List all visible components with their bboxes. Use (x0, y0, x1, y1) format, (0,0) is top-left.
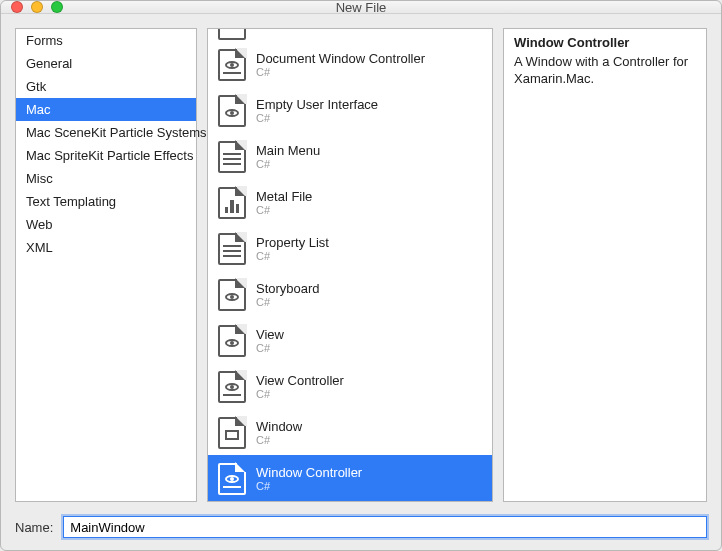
template-text: ViewC# (256, 327, 284, 356)
name-label: Name: (15, 520, 53, 535)
template-sublabel: C# (256, 296, 320, 309)
category-item[interactable]: Forms (16, 29, 196, 52)
file-icon (218, 187, 246, 219)
detail-title: Window Controller (514, 35, 696, 50)
template-text: Metal FileC# (256, 189, 312, 218)
template-item[interactable]: Document Window ControllerC# (208, 41, 492, 87)
file-icon (218, 463, 246, 495)
template-item[interactable]: Window ControllerC# (208, 455, 492, 501)
template-text: Document Window ControllerC# (256, 51, 425, 80)
template-item[interactable]: WindowC# (208, 409, 492, 455)
content: FormsGeneralGtkMacMac SceneKit Particle … (1, 14, 721, 551)
category-item[interactable]: Text Templating (16, 190, 196, 213)
file-icon (218, 233, 246, 265)
file-icon (218, 95, 246, 127)
template-item-truncated (208, 29, 492, 41)
template-sublabel: C# (256, 66, 425, 79)
template-label: Empty User Interface (256, 97, 378, 113)
panes: FormsGeneralGtkMacMac SceneKit Particle … (15, 28, 707, 502)
template-label: Main Menu (256, 143, 320, 159)
template-item[interactable]: Empty User InterfaceC# (208, 87, 492, 133)
template-label: Window Controller (256, 465, 362, 481)
file-icon (218, 325, 246, 357)
zoom-icon[interactable] (51, 1, 63, 13)
close-icon[interactable] (11, 1, 23, 13)
template-sublabel: C# (256, 250, 329, 263)
template-text: WindowC# (256, 419, 302, 448)
template-item[interactable]: Property ListC# (208, 225, 492, 271)
template-label: Document Window Controller (256, 51, 425, 67)
window-controls (1, 1, 63, 13)
name-input[interactable] (63, 516, 707, 538)
dialog-window: New File FormsGeneralGtkMacMac SceneKit … (0, 0, 722, 551)
template-item[interactable]: Main MenuC# (208, 133, 492, 179)
titlebar: New File (1, 1, 721, 14)
category-item[interactable]: Mac (16, 98, 196, 121)
template-sublabel: C# (256, 158, 320, 171)
template-label: Window (256, 419, 302, 435)
template-item[interactable]: View ControllerC# (208, 363, 492, 409)
template-item[interactable]: Metal FileC# (208, 179, 492, 225)
template-sublabel: C# (256, 480, 362, 493)
category-item[interactable]: General (16, 52, 196, 75)
file-icon (218, 371, 246, 403)
category-item[interactable]: Gtk (16, 75, 196, 98)
file-icon (218, 417, 246, 449)
file-icon (218, 141, 246, 173)
name-row: Name: (15, 516, 707, 538)
template-label: Metal File (256, 189, 312, 205)
template-label: Storyboard (256, 281, 320, 297)
window-title: New File (1, 0, 721, 15)
template-text: View ControllerC# (256, 373, 344, 402)
category-item[interactable]: Web (16, 213, 196, 236)
category-item[interactable]: XML (16, 236, 196, 259)
template-item[interactable]: StoryboardC# (208, 271, 492, 317)
template-text: Empty User InterfaceC# (256, 97, 378, 126)
template-list[interactable]: Document Window ControllerC#Empty User I… (207, 28, 493, 502)
template-label: Property List (256, 235, 329, 251)
template-label: View (256, 327, 284, 343)
template-text: Property ListC# (256, 235, 329, 264)
template-sublabel: C# (256, 434, 302, 447)
template-text: Main MenuC# (256, 143, 320, 172)
category-item[interactable]: Mac SceneKit Particle Systems (16, 121, 196, 144)
template-item[interactable]: ViewC# (208, 317, 492, 363)
detail-description: A Window with a Controller for Xamarin.M… (514, 54, 696, 88)
template-sublabel: C# (256, 342, 284, 355)
minimize-icon[interactable] (31, 1, 43, 13)
category-list[interactable]: FormsGeneralGtkMacMac SceneKit Particle … (15, 28, 197, 502)
template-label: View Controller (256, 373, 344, 389)
template-text: StoryboardC# (256, 281, 320, 310)
template-text: Window ControllerC# (256, 465, 362, 494)
template-sublabel: C# (256, 112, 378, 125)
file-icon (218, 49, 246, 81)
category-item[interactable]: Mac SpriteKit Particle Effects (16, 144, 196, 167)
template-sublabel: C# (256, 388, 344, 401)
detail-pane: Window Controller A Window with a Contro… (503, 28, 707, 502)
template-sublabel: C# (256, 204, 312, 217)
file-icon (218, 29, 246, 40)
category-item[interactable]: Misc (16, 167, 196, 190)
file-icon (218, 279, 246, 311)
